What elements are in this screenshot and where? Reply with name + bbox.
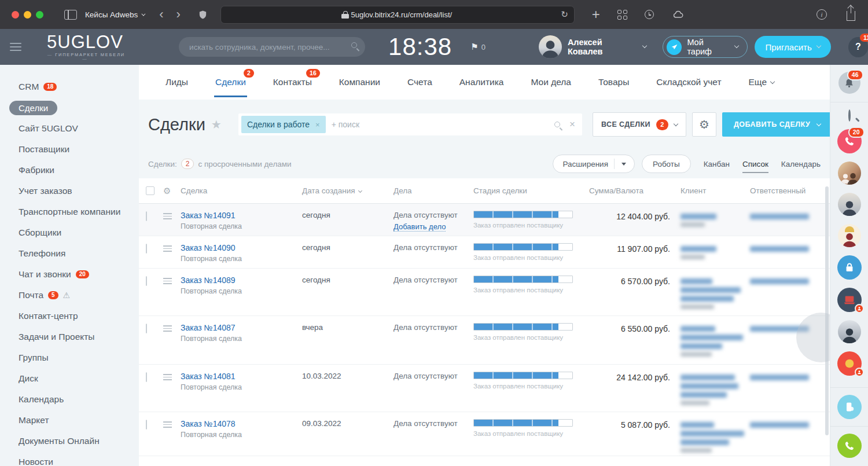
deal-link[interactable]: Заказ №14087 — [181, 323, 302, 332]
table-row[interactable]: Заказ №14087Повторная сделка вчера Дела … — [139, 316, 830, 365]
telephony-button[interactable]: 20 — [837, 129, 862, 153]
col-client[interactable]: Клиент — [681, 186, 750, 195]
col-responsible[interactable]: Ответственный — [750, 186, 825, 195]
deal-link[interactable]: Заказ №14078 — [181, 419, 302, 428]
sidebar-item-drive[interactable]: Диск — [0, 368, 139, 389]
history-icon[interactable] — [645, 10, 654, 19]
col-date[interactable]: Дата создания — [302, 186, 393, 195]
overdue-count-pill[interactable]: 2 — [181, 159, 194, 169]
sales-chat-button[interactable] — [837, 351, 862, 376]
sidebar-item-news[interactable]: Новости — [0, 452, 139, 466]
sidebar-item-factories[interactable]: Фабрики — [0, 160, 139, 181]
sidebar-item-mail[interactable]: Почта5⚠ — [0, 285, 139, 306]
marketing-chat-button[interactable] — [837, 288, 862, 312]
filter-search-box[interactable]: Сделки в работе × × — [238, 113, 582, 135]
sidebar-item-telephony[interactable]: Телефония — [0, 243, 139, 264]
tab-products[interactable]: Товары — [598, 77, 629, 87]
all-deals-dropdown[interactable]: ВСЕ СДЕЛКИ 2 — [593, 112, 686, 137]
plan-flag[interactable]: ⚑ 0 — [470, 42, 486, 52]
sidebar-item-calendar[interactable]: Календарь — [0, 389, 139, 410]
select-all-checkbox[interactable] — [146, 186, 155, 195]
drag-handle[interactable] — [163, 316, 181, 332]
row-checkbox[interactable] — [146, 276, 147, 286]
stage-progressbar[interactable] — [473, 323, 573, 331]
reload-button[interactable]: ↻ — [561, 9, 568, 20]
chat-avatar-man[interactable] — [838, 193, 861, 216]
search-icon[interactable] — [554, 122, 560, 127]
page-info-button[interactable]: i — [816, 9, 827, 21]
clear-filter-icon[interactable]: × — [569, 119, 575, 130]
table-row[interactable]: Заказ №14091Повторная сделка сегодня Дел… — [139, 204, 830, 236]
add-activity-link[interactable]: Добавить дело — [393, 222, 446, 232]
col-deal[interactable]: Сделка — [181, 186, 302, 195]
favorite-star-icon[interactable]: ★ — [211, 118, 222, 131]
row-checkbox[interactable] — [146, 244, 147, 254]
zoom-window-button[interactable] — [36, 11, 43, 19]
table-row[interactable]: Заказ №14078Повторная сделка 09.03.2022 … — [139, 412, 830, 456]
stage-progressbar[interactable] — [473, 211, 573, 218]
sidebar-item-tasks[interactable]: Задачи и Проекты — [0, 326, 139, 347]
view-list[interactable]: Список — [742, 160, 768, 168]
row-checkbox[interactable] — [146, 420, 147, 430]
filter-chip[interactable]: Сделки в работе × — [241, 116, 326, 133]
stage-progressbar[interactable] — [473, 276, 573, 283]
sidebar-item-docs-online[interactable]: Документы Онлайн — [0, 431, 139, 452]
invite-button[interactable]: Пригласить — [755, 36, 830, 58]
close-window-button[interactable] — [12, 11, 19, 19]
row-checkbox[interactable] — [146, 372, 147, 382]
tab-overview-icon[interactable] — [617, 10, 627, 20]
col-amount[interactable]: Сумма/Валюта — [588, 186, 681, 195]
filter-search-input[interactable] — [332, 120, 554, 129]
menu-toggle-button[interactable] — [0, 43, 32, 51]
table-row[interactable]: Заказ №14081Повторная сделка 10.03.2022 … — [139, 365, 830, 412]
tab-contacts[interactable]: Контакты16 — [273, 77, 312, 87]
tariff-button[interactable]: Мой тариф — [663, 36, 748, 58]
sidebar-item-order-accounting[interactable]: Учет заказов — [0, 181, 139, 201]
tab-inventory[interactable]: Складской учет — [656, 77, 721, 87]
table-row[interactable]: Заказ №14089Повторная сделка сегодня Дел… — [139, 269, 830, 316]
deal-link[interactable]: Заказ №14081 — [181, 372, 302, 381]
stage-progressbar[interactable] — [473, 419, 573, 427]
column-settings-gear-icon[interactable]: ⚙ — [163, 186, 181, 196]
sidebar-item-suppliers[interactable]: Поставщики — [0, 139, 139, 160]
privacy-shield-icon[interactable] — [198, 9, 208, 20]
sidebar-item-assemblers[interactable]: Сборщики — [0, 222, 139, 243]
col-stage[interactable]: Стадия сделки — [473, 186, 588, 195]
help-button[interactable]: ? 11 — [848, 37, 868, 57]
drag-handle[interactable] — [163, 412, 181, 428]
share-button[interactable] — [847, 9, 855, 21]
logo[interactable]: 5UGLOV ГИПЕРМАРКЕТ МЕБЕЛИ — [41, 33, 129, 61]
mobile-app-button[interactable] — [837, 395, 862, 419]
sidebar-item-site[interactable]: Сайт 5UGLOV — [0, 118, 139, 139]
tab-my-activities[interactable]: Мои дела — [531, 77, 571, 87]
drag-handle[interactable] — [163, 236, 181, 252]
tab-analytics[interactable]: Аналитика — [459, 77, 504, 87]
sidebar-item-contact-center[interactable]: Контакт-центр — [0, 306, 139, 326]
row-checkbox[interactable] — [146, 211, 147, 221]
view-calendar[interactable]: Календарь — [781, 160, 821, 168]
sidebar-item-market[interactable]: Маркет — [0, 410, 139, 431]
tab-invoices[interactable]: Счета — [407, 77, 432, 87]
view-kanban[interactable]: Канбан — [704, 160, 730, 168]
stage-progressbar[interactable] — [473, 243, 573, 251]
deal-link[interactable]: Заказ №14090 — [181, 243, 302, 252]
notifications-button[interactable]: 46 — [838, 72, 860, 94]
sidebar-item-transport[interactable]: Транспортные компании — [0, 201, 139, 222]
new-tab-button[interactable]: + — [592, 6, 600, 23]
row-checkbox[interactable] — [146, 324, 147, 333]
settings-gear-button[interactable]: ⚙ — [692, 112, 716, 137]
add-deal-button[interactable]: ДОБАВИТЬ СДЕЛКУ — [722, 112, 830, 137]
sidebar-item-crm[interactable]: CRM18 — [0, 76, 139, 97]
sidebar-item-chat-calls[interactable]: Чат и звонки20 — [0, 264, 139, 285]
sidebar-item-deals[interactable]: Сделки — [0, 97, 139, 118]
back-button[interactable]: ‹ — [159, 8, 163, 21]
chip-close-icon[interactable]: × — [315, 120, 320, 129]
deal-link[interactable]: Заказ №14089 — [181, 276, 302, 285]
user-menu[interactable]: Алексей Ковалев — [539, 35, 646, 58]
chat-avatar-man-2[interactable] — [838, 320, 861, 343]
forward-button[interactable]: › — [176, 8, 180, 21]
rail-search-icon[interactable] — [848, 111, 851, 121]
col-activities[interactable]: Дела — [393, 186, 473, 195]
minimize-window-button[interactable] — [24, 11, 31, 19]
tab-group-menu[interactable]: Кейсы Adwebs — [85, 10, 144, 19]
